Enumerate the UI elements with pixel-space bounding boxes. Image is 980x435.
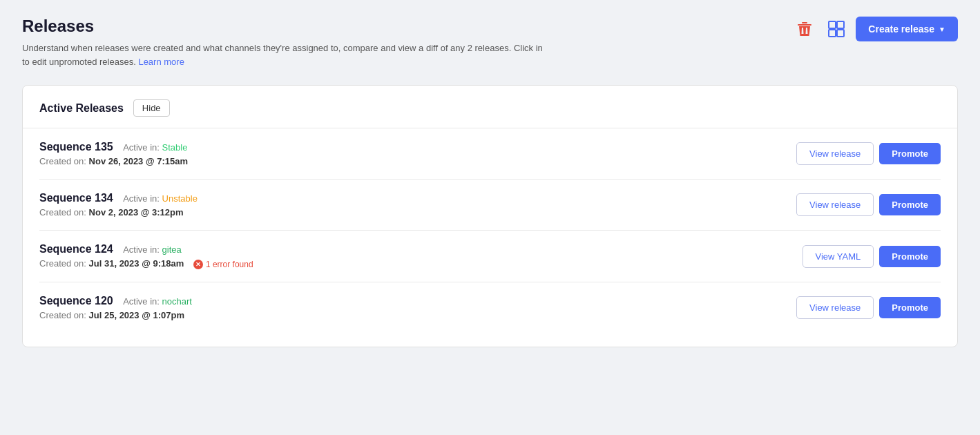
channel-label: nochart [162,296,192,307]
trash-icon [795,19,814,39]
header-left: Releases Understand when releases were c… [22,17,547,68]
sequence-title: Sequence 134 [39,192,113,204]
svg-rect-3 [837,21,844,28]
release-actions: View YAML Promote [803,245,941,268]
delete-icon-button[interactable] [792,17,817,41]
chevron-down-icon: ▼ [939,26,945,33]
view-release-button[interactable]: View release [796,296,874,319]
page-header: Releases Understand when releases were c… [22,17,958,68]
view-release-button[interactable]: View release [796,142,874,165]
svg-rect-2 [829,21,836,28]
header-actions: Create release ▼ [792,17,958,41]
promote-button[interactable]: Promote [879,246,941,267]
svg-rect-5 [837,30,844,37]
sequence-title: Sequence 124 [39,243,113,255]
compare-icon [827,19,846,39]
release-info: Sequence 134 Active in: Unstable Created… [39,192,198,218]
channel-label: Stable [162,142,188,153]
sequence-title: Sequence 120 [39,295,113,307]
active-releases-card: Active Releases Hide Sequence 135 Active… [22,85,958,347]
channel-label: gitea [162,244,182,255]
release-actions: View release Promote [796,142,941,165]
table-row: Sequence 135 Active in: Stable Created o… [39,128,941,180]
svg-rect-0 [798,24,811,26]
channel-label: Unstable [162,193,198,204]
table-row: Sequence 134 Active in: Unstable Created… [39,180,941,231]
promote-button[interactable]: Promote [879,143,941,164]
page-description: Understand when releases were created an… [22,41,547,68]
release-info: Sequence 124 Active in: gitea Created on… [39,243,253,269]
compare-icon-button[interactable] [824,17,849,41]
table-row: Sequence 124 Active in: gitea Created on… [39,231,941,282]
view-yaml-button[interactable]: View YAML [803,245,874,268]
card-header: Active Releases Hide [39,99,941,117]
create-release-button[interactable]: Create release ▼ [856,17,958,41]
release-info: Sequence 120 Active in: nochart Created … [39,295,192,320]
promote-button[interactable]: Promote [879,194,941,215]
learn-more-link[interactable]: Learn more [138,57,184,67]
release-actions: View release Promote [796,193,941,216]
svg-rect-1 [802,22,807,23]
section-title: Active Releases [39,102,124,115]
table-row: Sequence 120 Active in: nochart Created … [39,282,941,333]
release-info: Sequence 135 Active in: Stable Created o… [39,141,188,166]
promote-button[interactable]: Promote [879,297,941,318]
page-title: Releases [22,17,547,36]
hide-button[interactable]: Hide [133,99,170,117]
sequence-title: Sequence 135 [39,141,113,153]
error-badge: ✕ 1 error found [193,260,253,269]
view-release-button[interactable]: View release [796,193,874,216]
svg-rect-4 [829,30,836,37]
error-circle-icon: ✕ [193,260,203,269]
release-actions: View release Promote [796,296,941,319]
